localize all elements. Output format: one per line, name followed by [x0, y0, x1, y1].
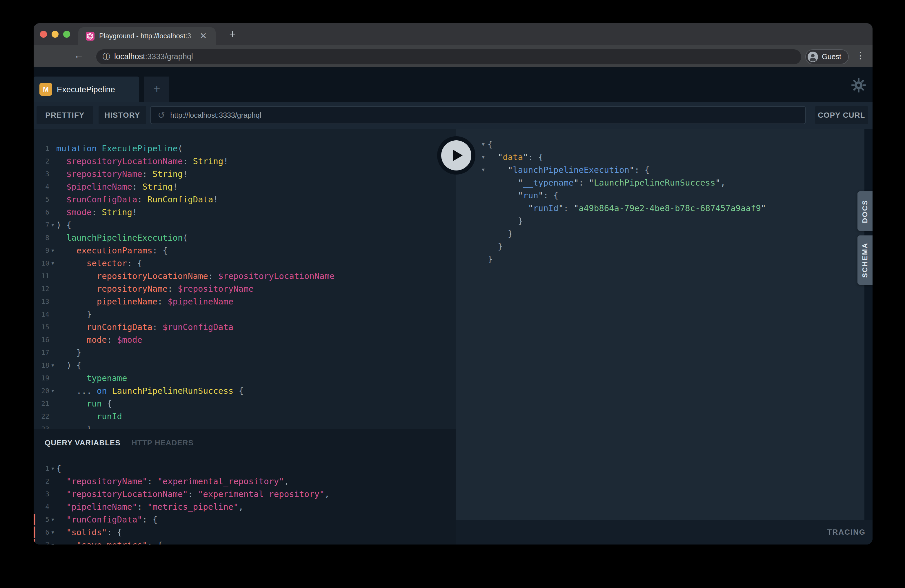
code-text: {	[56, 462, 61, 475]
fold-toggle-icon[interactable]: ▾	[49, 385, 56, 397]
prettify-button[interactable]: PRETTIFY	[37, 106, 93, 124]
endpoint-input[interactable]: ↺ http://localhost:3333/graphql	[150, 106, 806, 124]
code-text: {	[487, 138, 492, 151]
fold-toggle-icon[interactable]: ▾	[49, 462, 56, 475]
line-number: 9	[33, 244, 49, 257]
fold-toggle-icon[interactable]: ▾	[49, 257, 56, 270]
response-viewer[interactable]: ▾{▾ "data": {▾ "launchPipelineExecution"…	[456, 129, 873, 520]
tracing-bar: TRACING	[456, 520, 873, 545]
line-number: 19	[33, 372, 49, 385]
code-text: runId	[56, 410, 122, 423]
code-line: }	[456, 240, 873, 253]
fold-spacer	[49, 372, 56, 385]
code-text: $pipelineName: String!	[56, 180, 178, 193]
profile-button[interactable]: Guest	[805, 49, 849, 64]
code-text: launchPipelineExecution(	[56, 231, 188, 244]
code-text: }	[56, 308, 92, 321]
fold-spacer	[49, 501, 56, 513]
line-number: 5	[33, 513, 49, 526]
fold-spacer	[49, 180, 56, 193]
fold-toggle-icon[interactable]: ▾	[479, 138, 487, 151]
browser-tab[interactable]: Playground - http://localhost:3 ✕	[78, 27, 216, 45]
playground-topbar: PRETTIFY HISTORY ↺ http://localhost:3333…	[33, 102, 873, 129]
line-number: 10	[33, 257, 49, 270]
code-line: 22 runId	[33, 410, 456, 423]
url-path: :3333/graphql	[145, 52, 193, 61]
code-line: 14 }	[33, 308, 456, 321]
fold-toggle-icon[interactable]: ▾	[479, 164, 487, 176]
site-info-icon[interactable]: ⓘ	[103, 49, 110, 64]
fold-toggle-icon[interactable]: ▾	[49, 219, 56, 231]
endpoint-url: http://localhost:3333/graphql	[170, 111, 261, 119]
code-text: selector: {	[56, 257, 142, 270]
code-text: }	[487, 240, 503, 253]
window-minimize-button[interactable]	[52, 31, 59, 38]
code-text: repositoryName: $repositoryName	[56, 283, 254, 295]
fold-toggle-icon[interactable]: ▾	[49, 526, 56, 539]
window-close-button[interactable]	[40, 31, 47, 38]
session-tab-executepipeline[interactable]: M ExecutePipeline ×	[33, 76, 139, 102]
code-text: __typename	[56, 372, 127, 385]
fold-spacer	[479, 253, 487, 265]
tab-schema[interactable]: SCHEMA	[857, 235, 873, 285]
tracing-toggle[interactable]: TRACING	[827, 520, 865, 545]
variables-editor-lines: 1▾{2 "repositoryName": "experimental_rep…	[33, 462, 456, 545]
window-zoom-button[interactable]	[63, 31, 70, 38]
fold-toggle-icon[interactable]: ▾	[49, 539, 56, 545]
screen: Playground - http://localhost:3 ✕ + ← → …	[0, 0, 905, 588]
code-line: 2 "repositoryName": "experimental_reposi…	[33, 475, 456, 488]
fold-spacer	[49, 168, 56, 180]
profile-label: Guest	[822, 53, 841, 61]
tab-docs[interactable]: DOCS	[857, 191, 873, 231]
code-line: 9▾ executionParams: {	[33, 244, 456, 257]
fold-spacer	[49, 397, 56, 410]
line-number: 7	[33, 219, 49, 231]
fold-toggle-icon[interactable]: ▾	[49, 359, 56, 372]
code-line: 10▾ selector: {	[33, 257, 456, 270]
browser-menu-icon[interactable]: ⋮	[854, 45, 867, 67]
code-text: }	[487, 215, 523, 227]
fold-spacer	[479, 202, 487, 215]
code-line: 4 "pipelineName": "metrics_pipeline",	[33, 501, 456, 513]
code-text: ) {	[56, 219, 71, 231]
query-editor[interactable]: 1mutation ExecutePipeline(2 $repositoryL…	[33, 129, 456, 429]
browser-window: Playground - http://localhost:3 ✕ + ← → …	[33, 23, 873, 545]
back-icon[interactable]: ←	[73, 45, 85, 67]
code-line: 15 runConfigData: $runConfigData	[33, 321, 456, 334]
line-number: 4	[33, 501, 49, 513]
avatar-icon	[807, 52, 818, 62]
tab-http-headers[interactable]: HTTP HEADERS	[132, 437, 194, 449]
new-tab-button[interactable]: +	[224, 23, 241, 45]
fold-toggle-icon[interactable]: ▾	[49, 244, 56, 257]
tab-close-icon[interactable]: ✕	[200, 27, 207, 45]
variables-panel[interactable]: QUERY VARIABLES HTTP HEADERS 1▾{2 "repos…	[33, 429, 456, 545]
history-button[interactable]: HISTORY	[98, 106, 146, 124]
code-text: }	[487, 227, 513, 240]
new-session-button[interactable]: +	[144, 76, 169, 102]
line-number: 4	[33, 180, 49, 193]
code-text: ) {	[56, 359, 81, 372]
fold-spacer	[49, 488, 56, 501]
fold-toggle-icon[interactable]: ▾	[49, 513, 56, 526]
tab-query-variables[interactable]: QUERY VARIABLES	[44, 437, 121, 449]
code-line: 16 mode: $mode	[33, 334, 456, 346]
line-number: 15	[33, 321, 49, 334]
graphql-favicon-icon	[86, 32, 95, 41]
code-text: }	[56, 423, 92, 429]
code-line: 7▾) {	[33, 219, 456, 231]
line-number: 23	[33, 423, 49, 429]
fold-spacer	[479, 227, 487, 240]
copy-curl-button[interactable]: COPY CURL	[815, 106, 868, 124]
fold-spacer	[49, 295, 56, 308]
fold-spacer	[49, 410, 56, 423]
code-text: mode: $mode	[56, 334, 142, 346]
address-bar[interactable]: ⓘ localhost:3333/graphql	[96, 49, 801, 64]
fold-spacer	[479, 176, 487, 189]
execute-query-button[interactable]	[437, 136, 475, 175]
code-text: }	[487, 253, 492, 265]
fold-toggle-icon[interactable]: ▾	[479, 151, 487, 164]
settings-gear-icon[interactable]	[851, 78, 866, 93]
code-text: executionParams: {	[56, 244, 168, 257]
code-line: 7▾ "save_metrics": {	[33, 539, 456, 545]
line-number: 2	[33, 155, 49, 168]
